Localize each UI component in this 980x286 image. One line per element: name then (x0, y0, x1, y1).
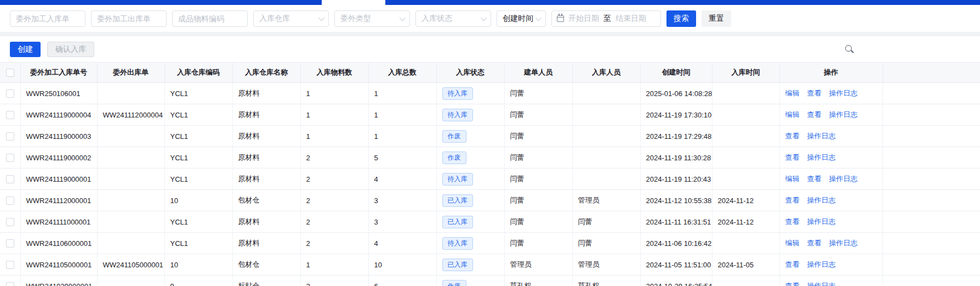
confirm-inbound-button[interactable]: 确认入库 (47, 42, 94, 57)
cell-status: 待入库 (436, 233, 504, 254)
filter-outsource-type-select[interactable]: 委外类型 (334, 10, 410, 27)
date-range-separator: 至 (603, 14, 611, 24)
row-checkbox[interactable] (6, 197, 14, 205)
status-badge: 作废 (442, 152, 466, 164)
cell-material-count: 1 (300, 254, 368, 276)
table-row: WWR241119000004 WW241112000004 YCL1 原材料 … (0, 104, 980, 126)
cell-created-at: 2024-10-29 16:25:54 (640, 276, 712, 286)
cell-outbound-no (97, 211, 164, 233)
filter-date-range-picker[interactable]: 开始日期 至 结束日期 (551, 10, 661, 27)
edit-link[interactable]: 编辑 (785, 89, 800, 97)
filter-outbound-order-input[interactable] (91, 10, 167, 27)
operation-log-link[interactable]: 操作日志 (807, 282, 836, 286)
cell-warehouse-code: YCL1 (164, 83, 232, 104)
cell-material-count: 1 (300, 104, 368, 126)
cell-created-at: 2024-11-11 16:31:51 (640, 211, 712, 233)
operation-log-link[interactable]: 操作日志 (829, 175, 858, 183)
filter-material-code-input[interactable] (172, 10, 248, 27)
view-link[interactable]: 查看 (807, 239, 822, 247)
table-row: WWR241119000003 YCL1 原材料 1 1 作废 闫蕾 2024-… (0, 126, 980, 147)
cell-created-at: 2025-01-06 14:08:28 (640, 83, 712, 104)
table-row: WWR241111000001 YCL1 原材料 2 3 已入库 闫蕾 闫蕾 2… (0, 211, 980, 233)
actions-cell: 查看操作日志 (779, 126, 882, 147)
reset-button[interactable]: 重置 (702, 10, 731, 27)
cell-operator (572, 104, 640, 126)
create-button[interactable]: 创建 (10, 42, 41, 57)
operation-log-link[interactable]: 操作日志 (807, 217, 836, 226)
status-badge: 已入库 (442, 259, 473, 271)
cell-created-at: 2024-11-19 11:20:43 (640, 169, 712, 190)
filter-warehouse-select[interactable]: 入库仓库 (253, 10, 329, 27)
edit-link[interactable]: 编辑 (785, 175, 800, 183)
actions-cell: 编辑查看操作日志 (779, 233, 882, 254)
row-checkbox[interactable] (6, 282, 14, 286)
view-link[interactable]: 查看 (785, 196, 800, 204)
inbound-orders-table: 委外加工入库单号 委外出库单 入库仓库编码 入库仓库名称 入库物料数 入库总数 … (0, 62, 980, 286)
view-link[interactable]: 查看 (807, 110, 822, 119)
col-outbound-no: 委外出库单 (97, 63, 164, 83)
table-row: WWR241029000001 9 标贴仓 2 6 作废 莫孔权 莫孔权 202… (0, 276, 980, 286)
row-checkbox[interactable] (6, 154, 14, 162)
cell-creator: 闫蕾 (504, 169, 572, 190)
row-checkbox[interactable] (6, 261, 14, 269)
status-badge: 待入库 (442, 109, 473, 121)
operation-log-link[interactable]: 操作日志 (807, 196, 836, 204)
cell-created-at: 2024-11-12 10:55:38 (640, 190, 712, 211)
cell-order-no: WWR241119000002 (20, 147, 97, 169)
status-badge: 已入库 (442, 194, 473, 207)
operation-log-link[interactable]: 操作日志 (807, 153, 836, 161)
view-link[interactable]: 查看 (807, 175, 822, 183)
cell-material-count: 2 (300, 211, 368, 233)
cell-outbound-no (97, 83, 164, 104)
row-checkbox[interactable] (6, 111, 14, 119)
cell-status: 作废 (436, 126, 504, 147)
status-badge: 作废 (442, 130, 466, 143)
row-checkbox[interactable] (6, 132, 14, 141)
operation-log-link[interactable]: 操作日志 (807, 132, 836, 140)
cell-inbound-at (712, 83, 779, 104)
view-link[interactable]: 查看 (807, 89, 822, 97)
cell-operator (572, 169, 640, 190)
view-link[interactable]: 查看 (785, 217, 800, 226)
filler-cell (882, 211, 980, 233)
operation-log-link[interactable]: 操作日志 (829, 110, 858, 119)
view-link[interactable]: 查看 (785, 260, 800, 268)
table-row: WWR241106000001 YCL1 原材料 2 4 待入库 闫蕾 闫蕾 2… (0, 233, 980, 254)
operation-log-link[interactable]: 操作日志 (807, 260, 836, 268)
view-link[interactable]: 查看 (785, 132, 800, 140)
cell-operator: 莫孔权 (572, 276, 640, 286)
cell-operator: 管理员 (572, 254, 640, 276)
cell-status: 待入库 (436, 104, 504, 126)
search-button[interactable]: 搜索 (666, 10, 696, 27)
edit-link[interactable]: 编辑 (785, 110, 800, 119)
view-link[interactable]: 查看 (785, 153, 800, 161)
col-material-count: 入库物料数 (300, 63, 368, 83)
view-link[interactable]: 查看 (785, 282, 800, 286)
table-body: WWR250106001 YCL1 原材料 1 1 待入库 闫蕾 2025-01… (0, 83, 980, 286)
filter-inbound-order-input[interactable] (10, 10, 86, 27)
col-actions: 操作 (779, 63, 882, 83)
filler-cell (882, 233, 980, 254)
cell-inbound-at: 2024-11-12 (712, 211, 779, 233)
operation-log-link[interactable]: 操作日志 (829, 239, 858, 247)
cell-outbound-no (97, 147, 164, 169)
edit-link[interactable]: 编辑 (785, 239, 800, 247)
filter-time-field-select[interactable]: 创建时间 (497, 10, 546, 27)
date-end-placeholder: 结束日期 (616, 14, 646, 24)
row-checkbox[interactable] (6, 239, 14, 248)
filler-cell (882, 104, 980, 126)
search-icon[interactable] (845, 45, 852, 52)
row-checkbox[interactable] (6, 175, 14, 183)
active-tab-notch[interactable] (322, 0, 385, 5)
cell-creator: 闫蕾 (504, 190, 572, 211)
operation-log-link[interactable]: 操作日志 (829, 89, 858, 97)
cell-warehouse-code: 10 (164, 254, 232, 276)
filter-inbound-status-select[interactable]: 入库状态 (415, 10, 491, 27)
select-all-checkbox[interactable] (6, 69, 14, 77)
chevron-down-icon (400, 15, 406, 21)
row-checkbox[interactable] (6, 218, 14, 226)
cell-warehouse-name: 原材料 (232, 83, 300, 104)
filler-cell (882, 83, 980, 104)
row-checkbox[interactable] (6, 89, 14, 98)
cell-inbound-at (712, 233, 779, 254)
